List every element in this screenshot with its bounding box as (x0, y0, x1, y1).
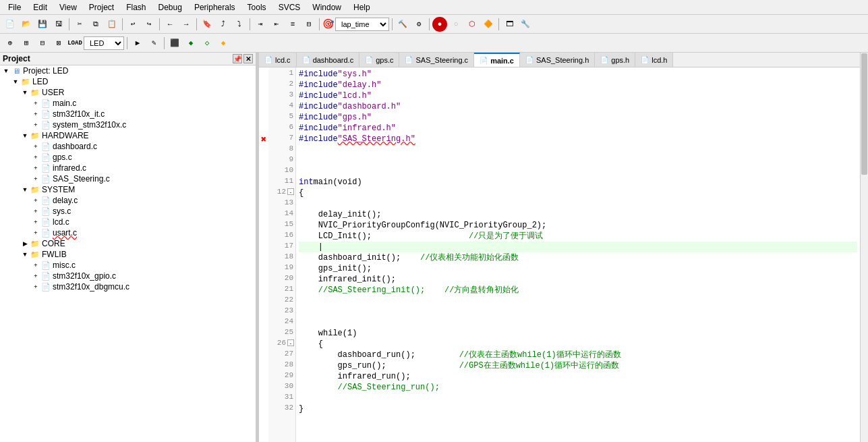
sidebar-close-button[interactable]: ✕ (243, 54, 253, 63)
expand-icon[interactable]: ▼ (20, 185, 30, 194)
tab-dashboard-c[interactable]: 📄 dashboard.c (297, 53, 360, 67)
tree-item-delay-c[interactable]: + 📄 delay.c (0, 195, 256, 206)
t2-orange[interactable]: ◆ (216, 36, 231, 51)
t2-btn4[interactable]: ⊠ (51, 36, 66, 51)
tree-item-fwlib[interactable]: ▼ 📁 FWLIB (0, 249, 256, 260)
expand-icon[interactable]: + (31, 260, 40, 270)
build-btn1[interactable]: 🔨 (395, 17, 410, 32)
undo-button[interactable]: ↩ (125, 17, 140, 32)
tree-item-usart-c[interactable]: + 📄 usart.c (0, 227, 256, 238)
menu-svcs[interactable]: SVCS (273, 1, 306, 13)
sidebar-pin-button[interactable]: 📌 (233, 54, 242, 63)
expand-icon[interactable]: + (31, 282, 40, 292)
build-btn2[interactable]: ⚙ (411, 17, 426, 32)
expand-icon[interactable]: + (31, 206, 40, 216)
tree-item-main-c[interactable]: + 📄 main.c (0, 98, 256, 109)
next-button[interactable]: → (179, 17, 194, 32)
bookmark-next[interactable]: ⤵ (232, 17, 247, 32)
menu-help[interactable]: Help (348, 1, 376, 13)
tree-item-system-folder[interactable]: ▼ 📁 SYSTEM (0, 184, 256, 195)
expand-icon[interactable]: + (31, 174, 40, 184)
copy-button[interactable]: ⧉ (88, 17, 103, 32)
tree-item-dashboard-c[interactable]: + 📄 dashboard.c (0, 141, 256, 152)
new-button[interactable]: 📄 (3, 17, 18, 32)
tree-item-sas-c[interactable]: + 📄 SAS_Steering.c (0, 173, 256, 184)
tab-gps-h[interactable]: 📄 gps.h (595, 53, 635, 67)
bookmark-prev[interactable]: ⤴ (216, 17, 231, 32)
bookmark-button[interactable]: 🔖 (200, 17, 214, 32)
tree-item-dbgmcu-c[interactable]: + 📄 stm32f10x_dbgmcu.c (0, 281, 256, 292)
menu-peripherals[interactable]: Peripherals (189, 1, 241, 13)
expand-icon[interactable]: + (31, 228, 40, 238)
expand-icon[interactable]: + (31, 142, 40, 151)
cut-button[interactable]: ✂ (72, 17, 87, 32)
expand-icon[interactable]: + (31, 196, 40, 205)
menu-file[interactable]: File (3, 1, 26, 13)
tree-item-user[interactable]: ▼ 📁 USER (0, 87, 256, 98)
project-dropdown[interactable]: LED (84, 36, 124, 50)
expand-icon[interactable]: + (31, 120, 40, 130)
expand-icon[interactable]: + (31, 109, 40, 119)
t2-edit[interactable]: ✎ (146, 36, 161, 51)
t2-btn3[interactable]: ⊟ (35, 36, 50, 51)
paste-button[interactable]: 📋 (105, 17, 119, 32)
stop-btn[interactable]: ⬡ (465, 17, 480, 32)
tree-item-system[interactable]: + 📄 system_stm32f10x.c (0, 119, 256, 130)
tree-item-project[interactable]: ▼ 🖥 Project: LED (0, 65, 256, 76)
format2-btn[interactable]: ⊟ (301, 17, 316, 32)
indent-btn[interactable]: ⇥ (253, 17, 268, 32)
tab-gps-c[interactable]: 📄 gps.c (359, 53, 399, 67)
menu-project[interactable]: Project (84, 1, 119, 13)
tab-lcd-h[interactable]: 📄 lcd.h (635, 53, 673, 67)
menu-edit[interactable]: Edit (28, 1, 53, 13)
t2-run[interactable]: ▶ (130, 36, 145, 51)
tree-item-gpio-c[interactable]: + 📄 stm32f10x_gpio.c (0, 271, 256, 281)
menu-flash[interactable]: Flash (121, 1, 151, 13)
tree-item-gps-c[interactable]: + 📄 gps.c (0, 152, 256, 163)
window-btn[interactable]: 🗖 (502, 17, 517, 32)
expand-icon[interactable]: ▼ (20, 250, 30, 259)
tab-sas-h[interactable]: 📄 SAS_Steering.h (520, 53, 595, 67)
expand-icon[interactable]: + (31, 271, 40, 281)
tree-item-infrared-c[interactable]: + 📄 infrared.c (0, 163, 256, 173)
save-button[interactable]: 💾 (35, 17, 50, 32)
expand-icon[interactable]: + (31, 99, 40, 108)
tree-item-stm32-it[interactable]: + 📄 stm32f10x_it.c (0, 109, 256, 119)
tree-item-misc-c[interactable]: + 📄 misc.c (0, 260, 256, 271)
menu-view[interactable]: View (54, 1, 82, 13)
code-content[interactable]: #include "sys.h" #include "delay.h" #inc… (296, 67, 860, 442)
unindent-btn[interactable]: ⇤ (269, 17, 284, 32)
t2-stop[interactable]: ⬛ (167, 36, 182, 51)
settings-btn[interactable]: 🔧 (518, 17, 533, 32)
menu-tools[interactable]: Tools (242, 1, 272, 13)
t2-btn5[interactable]: LOAD (67, 36, 82, 51)
tab-sas-steering-c[interactable]: 📄 SAS_Steering.c (399, 53, 474, 67)
tree-item-lcd-c[interactable]: + 📄 lcd.c (0, 217, 256, 227)
tree-item-core[interactable]: ▶ 📁 CORE (0, 238, 256, 249)
menu-debug[interactable]: Debug (153, 1, 187, 13)
expand-icon[interactable]: + (31, 163, 40, 173)
find-btn[interactable]: ● (432, 17, 447, 32)
expand-icon[interactable]: ▶ (20, 239, 30, 248)
tree-item-sys-c[interactable]: + 📄 sys.c (0, 206, 256, 217)
t2-green2[interactable]: ◇ (200, 36, 214, 51)
format-btn[interactable]: ≡ (285, 17, 300, 32)
expand-icon[interactable]: ▼ (1, 66, 11, 76)
expand-btn-26[interactable]: - (287, 339, 294, 346)
t2-green1[interactable]: ◆ (183, 36, 198, 51)
menu-window[interactable]: Window (307, 1, 347, 13)
tree-item-hardware[interactable]: ▼ 📁 HARDWARE (0, 130, 256, 141)
open-button[interactable]: 📂 (19, 17, 34, 32)
redo-button[interactable]: ↪ (142, 17, 156, 32)
t2-btn2[interactable]: ⊞ (19, 36, 34, 51)
expand-btn-12[interactable]: - (287, 188, 294, 195)
prev-button[interactable]: ← (163, 17, 177, 32)
target-dropdown[interactable]: lap_time (335, 18, 389, 31)
expand-icon[interactable]: + (31, 217, 40, 227)
expand-icon[interactable]: + (31, 153, 40, 162)
run-btn[interactable]: ○ (449, 17, 463, 32)
expand-icon[interactable]: ▼ (11, 77, 20, 86)
expand-icon[interactable]: ▼ (20, 131, 30, 140)
t2-btn1[interactable]: ⊕ (3, 36, 18, 51)
tab-main-c[interactable]: 📄 main.c (474, 53, 520, 67)
